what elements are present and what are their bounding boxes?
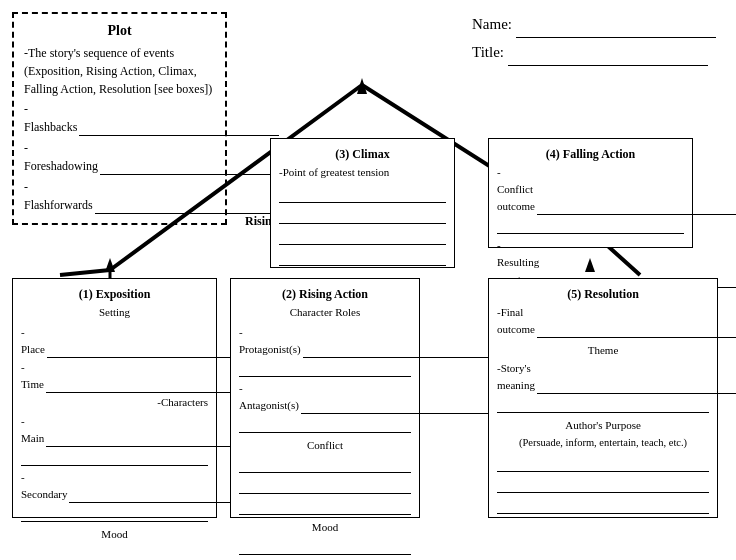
name-line: Name: — [472, 10, 716, 38]
svg-marker-1 — [105, 258, 115, 272]
resolution-theme-label: Theme — [497, 342, 709, 359]
header: Name: Title: — [472, 10, 716, 66]
plot-flashbacks: -Flashbacks — [24, 100, 215, 136]
title-label: Title: — [472, 39, 504, 66]
climax-title: (3) Climax — [279, 145, 446, 164]
falling-title: (4) Falling Action — [497, 145, 684, 164]
title-field[interactable] — [508, 38, 708, 66]
svg-marker-2 — [357, 78, 367, 94]
rising-conflict-line2[interactable] — [239, 476, 411, 494]
resolution-meaning-line2[interactable] — [497, 395, 709, 413]
climax-line4[interactable] — [279, 248, 446, 266]
exposition-secondary: -Secondary — [21, 469, 208, 503]
name-field[interactable] — [516, 10, 716, 38]
rising-conflict-line3[interactable] — [239, 497, 411, 515]
rising-conflict-line1[interactable] — [239, 455, 411, 473]
rising-conflict-label: Conflict — [239, 437, 411, 454]
exposition-secondary-line2[interactable] — [21, 504, 208, 522]
resolution-meaning: -Story's meaning — [497, 360, 709, 394]
exposition-mood-line[interactable] — [21, 544, 208, 560]
title-line: Title: — [472, 38, 716, 66]
climax-detail: -Point of greatest tension — [279, 164, 446, 181]
resolution-purpose-label: Author's Purpose — [497, 417, 709, 434]
falling-box: (4) Falling Action -Conflict outcome -Re… — [488, 138, 693, 248]
climax-line1[interactable] — [279, 185, 446, 203]
exposition-place: -Place — [21, 324, 208, 358]
rising-mood-line1[interactable] — [239, 537, 411, 555]
rising-protagonist: -Protagonist(s) — [239, 324, 411, 358]
plot-foreshadowing: -Foreshadowing — [24, 139, 215, 175]
resolution-final: -Final outcome — [497, 304, 709, 338]
climax-box: (3) Climax -Point of greatest tension — [270, 138, 455, 268]
rising-box: (2) Rising Action Character Roles -Prota… — [230, 278, 420, 518]
resolution-purpose-line3[interactable] — [497, 496, 709, 514]
resolution-purpose-detail: (Persuade, inform, entertain, teach, etc… — [497, 435, 709, 451]
resolution-title: (5) Resolution — [497, 285, 709, 304]
climax-line3[interactable] — [279, 227, 446, 245]
rising-antag-line2[interactable] — [239, 415, 411, 433]
rising-title: (2) Rising Action — [239, 285, 411, 304]
exposition-title: (1) Exposition — [21, 285, 208, 304]
plot-flashforwards: -Flashforwards — [24, 178, 215, 214]
plot-box: Plot -The story's sequence of events (Ex… — [12, 12, 227, 225]
exposition-mood-label: Mood — [21, 526, 208, 543]
exposition-box: (1) Exposition Setting -Place -Time -Cha… — [12, 278, 217, 518]
resolution-purpose-line1[interactable] — [497, 454, 709, 472]
falling-conflict-line2[interactable] — [497, 216, 684, 234]
rising-antagonist: -Antagonist(s) — [239, 380, 411, 414]
falling-conflict: -Conflict outcome — [497, 164, 684, 215]
name-label: Name: — [472, 11, 512, 38]
exposition-time: -Time — [21, 359, 208, 393]
plot-item-1: -The story's sequence of events (Exposit… — [24, 44, 215, 98]
rising-mood-label: Mood — [239, 519, 411, 536]
resolution-box: (5) Resolution -Final outcome Theme -Sto… — [488, 278, 718, 518]
page: Name: Title: Plot -The story's sequence … — [0, 0, 736, 560]
exposition-main: -Main — [21, 413, 208, 447]
climax-line2[interactable] — [279, 206, 446, 224]
exposition-main-line2[interactable] — [21, 448, 208, 466]
exposition-characters-label: -Characters — [21, 394, 208, 411]
rising-protag-line2[interactable] — [239, 359, 411, 377]
resolution-purpose-line2[interactable] — [497, 475, 709, 493]
exposition-subtitle: Setting — [21, 304, 208, 321]
rising-subtitle: Character Roles — [239, 304, 411, 321]
plot-title: Plot — [24, 20, 215, 41]
